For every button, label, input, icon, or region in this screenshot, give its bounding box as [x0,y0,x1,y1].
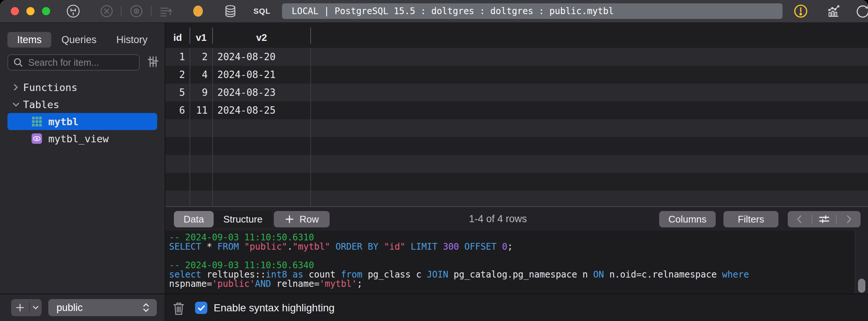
column-header-v1[interactable]: v1 [190,32,213,43]
sql-token: SELECT [169,241,201,252]
tab-queries[interactable]: Queries [52,32,106,48]
connection-plug-icon[interactable] [65,3,81,21]
tree-item-label: mytbl [48,116,78,127]
cell-id[interactable]: 2 [165,69,190,80]
cell-v1[interactable]: 4 [190,69,213,80]
cell-id[interactable]: 1 [165,51,190,62]
app-window: SQL LOCAL | PostgreSQL 15.5 : doltgres :… [0,0,868,321]
close-window-button[interactable] [11,7,19,15]
tree-group-tables[interactable]: Tables [0,96,165,113]
grid-body[interactable]: 122024-08-20242024-08-21592024-08-236112… [165,48,868,207]
filters-button[interactable]: Filters [723,211,778,227]
search-icon [13,57,24,68]
sql-log-line [169,252,868,261]
disconnect-circle-icon[interactable] [98,3,115,21]
segment-data[interactable]: Data [174,211,214,227]
tree-group-functions[interactable]: Functions [0,79,165,96]
log-scrollbar-track[interactable] [855,231,868,294]
sql-token: "mytbl" [292,241,330,252]
tree-group-label: Functions [23,82,77,93]
status-bar: public Enable syntax highlighting [0,294,868,321]
trash-icon[interactable] [172,301,186,317]
sql-token: select [169,269,201,280]
tab-items[interactable]: Items [7,32,51,48]
sql-token: OFFSET [464,241,497,252]
schema-select-value: public [56,302,141,314]
tree-item-mytbl_view[interactable]: mytbl_view [7,130,157,147]
data-grid: idv1v2 122024-08-20242024-08-21592024-08… [165,23,868,207]
grid-header: idv1v2 [165,23,868,48]
table-row[interactable]: 6112024-08-25 [165,101,868,119]
warning-icon[interactable] [793,3,809,21]
add-item-split-button[interactable] [11,299,42,316]
schema-tree: FunctionsTablesmytblmytbl_view [0,79,165,147]
add-row-button[interactable]: Row [274,211,330,227]
table-row[interactable] [165,137,868,155]
cell-id[interactable]: 5 [165,87,190,98]
sql-token [287,269,292,280]
cell-v1[interactable]: 2 [190,51,213,62]
column-divider [310,48,311,206]
select-chevrons-icon [141,301,151,314]
add-item-button[interactable] [11,302,29,313]
prev-page-button[interactable] [788,211,812,227]
cell-v2[interactable]: 2024-08-20 [213,51,311,62]
header-divider [212,27,213,44]
table-row[interactable] [165,173,868,191]
sql-token [212,241,217,252]
search-field[interactable] [7,54,140,71]
toolbar-divider [121,6,122,16]
chevron-down-icon[interactable] [11,100,21,109]
cell-v1[interactable]: 9 [190,87,213,98]
cell-v1[interactable]: 11 [190,105,213,116]
table-row[interactable]: 242024-08-21 [165,66,868,84]
connection-title: LOCAL | PostgreSQL 15.5 : doltgres : dol… [292,6,614,16]
tab-history[interactable]: History [107,32,157,48]
sidebar: ItemsQueriesHistory FunctionsTablesmytbl… [0,23,165,294]
table-row[interactable] [165,191,868,207]
cell-v2[interactable]: 2024-08-25 [213,105,311,116]
table-toolbar: DataStructure Row 1-4 of 4 rows Columns … [165,207,868,231]
sql-token: FROM [217,241,239,252]
cell-v2[interactable]: 2024-08-23 [213,87,311,98]
minimize-window-button[interactable] [26,7,35,15]
table-row[interactable]: 592024-08-23 [165,84,868,101]
table-row[interactable]: 122024-08-20 [165,48,868,66]
column-header-id[interactable]: id [165,32,190,43]
table-row[interactable] [165,155,868,173]
sql-token [459,241,464,252]
tree-item-mytbl[interactable]: mytbl [7,113,157,130]
preview-eye-icon[interactable] [128,3,145,21]
sql-token: * [207,241,212,252]
view-icon [31,133,42,144]
refresh-icon[interactable] [855,3,868,21]
table-row[interactable] [165,119,868,137]
columns-button[interactable]: Columns [659,211,716,227]
sql-token: reltuples:: [201,269,266,280]
sql-token: ; [507,241,512,252]
log-scrollbar-thumb[interactable] [858,279,865,293]
chevron-right-icon[interactable] [11,82,21,92]
list-filter-icon[interactable] [146,54,161,71]
zoom-window-button[interactable] [42,7,50,15]
query-log-icon[interactable] [158,3,174,21]
column-header-v2[interactable]: v2 [213,32,311,43]
schema-select[interactable]: public [48,299,157,316]
sql-token: count [303,269,341,280]
add-item-dropdown[interactable] [30,304,42,312]
connection-title-field[interactable]: LOCAL | PostgreSQL 15.5 : doltgres : dol… [282,3,783,19]
syntax-highlight-checkbox[interactable] [195,302,207,314]
cell-id[interactable]: 6 [165,105,190,116]
sql-token: LIMIT [411,241,437,252]
sql-token: . [287,241,292,252]
sql-log[interactable]: -- 2024-09-03 11:10:50.6310SELECT * FROM… [165,231,868,294]
database-icon[interactable] [222,3,239,21]
segment-structure[interactable]: Structure [214,211,272,227]
chart-icon[interactable] [825,3,842,21]
sql-token: where [722,269,749,280]
next-page-button[interactable] [837,211,861,227]
sql-token: pg_catalog.pg_namespace n [448,269,593,280]
search-input[interactable] [27,57,149,68]
page-settings-icon[interactable] [812,211,836,227]
cell-v2[interactable]: 2024-08-21 [213,69,311,80]
